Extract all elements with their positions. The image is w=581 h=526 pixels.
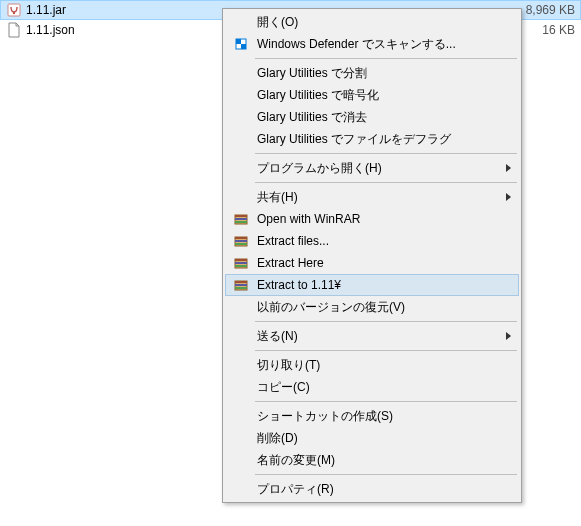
menu-open[interactable]: 開く(O): [225, 11, 519, 33]
menu-rename[interactable]: 名前の変更(M): [225, 449, 519, 471]
menu-open-with[interactable]: プログラムから開く(H): [225, 157, 519, 179]
svg-rect-11: [235, 240, 247, 242]
menu-cut[interactable]: 切り取り(T): [225, 354, 519, 376]
svg-rect-20: [235, 287, 247, 289]
context-menu: 開く(O) Windows Defender でスキャンする... Glary …: [222, 8, 522, 503]
menu-label: 開く(O): [257, 14, 495, 31]
menu-create-shortcut[interactable]: ショートカットの作成(S): [225, 405, 519, 427]
menu-label: Glary Utilities で分割: [257, 65, 495, 82]
svg-rect-10: [235, 237, 247, 239]
menu-label: ショートカットの作成(S): [257, 408, 495, 425]
winrar-icon: [229, 254, 253, 272]
json-icon: [6, 22, 22, 38]
svg-rect-6: [235, 215, 247, 217]
winrar-icon: [229, 210, 253, 228]
svg-rect-8: [235, 221, 247, 223]
menu-label: 切り取り(T): [257, 357, 495, 374]
menu-label: プログラムから開く(H): [257, 160, 495, 177]
menu-restore-version[interactable]: 以前のバージョンの復元(V): [225, 296, 519, 318]
menu-label: プロパティ(R): [257, 481, 495, 498]
shield-icon: [229, 35, 253, 53]
menu-send-to[interactable]: 送る(N): [225, 325, 519, 347]
menu-separator: [255, 182, 517, 183]
svg-rect-4: [241, 44, 246, 49]
menu-label: 名前の変更(M): [257, 452, 495, 469]
menu-label: Open with WinRAR: [257, 212, 495, 226]
menu-label: Glary Utilities でファイルをデフラグ: [257, 131, 495, 148]
menu-label: 共有(H): [257, 189, 495, 206]
winrar-icon: [229, 276, 253, 294]
menu-glary-defrag[interactable]: Glary Utilities でファイルをデフラグ: [225, 128, 519, 150]
menu-label: Glary Utilities で消去: [257, 109, 495, 126]
menu-label: 削除(D): [257, 430, 495, 447]
menu-winrar-extract-here[interactable]: Extract Here: [225, 252, 519, 274]
winrar-icon: [229, 232, 253, 250]
menu-glary-erase[interactable]: Glary Utilities で消去: [225, 106, 519, 128]
menu-separator: [255, 321, 517, 322]
menu-label: 以前のバージョンの復元(V): [257, 299, 495, 316]
svg-rect-15: [235, 262, 247, 264]
jar-icon: [6, 2, 22, 18]
menu-properties[interactable]: プロパティ(R): [225, 478, 519, 500]
menu-separator: [255, 401, 517, 402]
svg-rect-18: [235, 281, 247, 283]
svg-point-1: [13, 12, 15, 14]
svg-rect-3: [236, 39, 241, 44]
svg-rect-16: [235, 265, 247, 267]
menu-winrar-extract-files[interactable]: Extract files...: [225, 230, 519, 252]
chevron-right-icon: [506, 164, 511, 172]
menu-copy[interactable]: コピー(C): [225, 376, 519, 398]
menu-winrar-extract-to[interactable]: Extract to 1.11¥: [225, 274, 519, 296]
menu-defender[interactable]: Windows Defender でスキャンする...: [225, 33, 519, 55]
menu-label: Extract Here: [257, 256, 495, 270]
menu-glary-split[interactable]: Glary Utilities で分割: [225, 62, 519, 84]
menu-separator: [255, 350, 517, 351]
menu-label: Extract to 1.11¥: [257, 278, 495, 292]
svg-rect-14: [235, 259, 247, 261]
menu-label: Glary Utilities で暗号化: [257, 87, 495, 104]
menu-delete[interactable]: 削除(D): [225, 427, 519, 449]
menu-label: 送る(N): [257, 328, 495, 345]
chevron-right-icon: [506, 332, 511, 340]
menu-winrar-open[interactable]: Open with WinRAR: [225, 208, 519, 230]
menu-separator: [255, 153, 517, 154]
menu-share[interactable]: 共有(H): [225, 186, 519, 208]
menu-label: Windows Defender でスキャンする...: [257, 36, 495, 53]
menu-separator: [255, 474, 517, 475]
menu-glary-encrypt[interactable]: Glary Utilities で暗号化: [225, 84, 519, 106]
svg-rect-7: [235, 218, 247, 220]
menu-separator: [255, 58, 517, 59]
menu-label: コピー(C): [257, 379, 495, 396]
svg-rect-19: [235, 284, 247, 286]
menu-label: Extract files...: [257, 234, 495, 248]
svg-rect-12: [235, 243, 247, 245]
chevron-right-icon: [506, 193, 511, 201]
